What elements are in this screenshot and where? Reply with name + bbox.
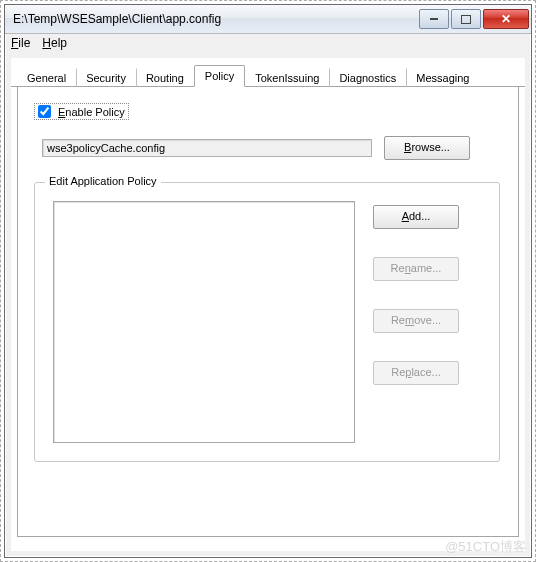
menu-file[interactable]: File bbox=[11, 36, 30, 56]
enable-policy-checkbox[interactable]: Enable Policy bbox=[34, 103, 129, 120]
window-title: E:\Temp\WSESample\Client\app.config bbox=[13, 12, 417, 26]
tab-diagnostics[interactable]: Diagnostics bbox=[329, 68, 406, 87]
browse-button[interactable]: Browse... bbox=[384, 136, 470, 160]
cache-path-input[interactable]: wse3policyCache.config bbox=[42, 139, 372, 157]
tab-general[interactable]: General bbox=[17, 68, 76, 87]
maximize-icon bbox=[461, 15, 471, 24]
edit-policy-fieldset: Edit Application Policy Add... Rename...… bbox=[34, 182, 500, 462]
replace-button: Replace... bbox=[373, 361, 459, 385]
policy-listbox[interactable] bbox=[53, 201, 355, 443]
close-icon: ✕ bbox=[501, 12, 511, 26]
window-controls: ✕ bbox=[417, 9, 529, 29]
enable-policy-input[interactable] bbox=[38, 105, 51, 118]
menu-help[interactable]: Help bbox=[42, 36, 67, 56]
tab-security[interactable]: Security bbox=[76, 68, 136, 87]
remove-button: Remove... bbox=[373, 309, 459, 333]
tab-routing[interactable]: Routing bbox=[136, 68, 194, 87]
titlebar: E:\Temp\WSESample\Client\app.config ✕ bbox=[5, 5, 531, 34]
cache-path-row: wse3policyCache.config Browse... bbox=[42, 136, 508, 160]
policy-buttons: Add... Rename... Remove... Replace... bbox=[373, 201, 459, 443]
close-button[interactable]: ✕ bbox=[483, 9, 529, 29]
add-button[interactable]: Add... bbox=[373, 205, 459, 229]
tab-row: General Security Routing Policy TokenIss… bbox=[11, 58, 525, 87]
minimize-button[interactable] bbox=[419, 9, 449, 29]
tab-tokenissuing[interactable]: TokenIssuing bbox=[245, 68, 329, 87]
tab-messaging[interactable]: Messaging bbox=[406, 68, 479, 87]
enable-policy-label: nable Policy bbox=[65, 106, 124, 118]
menubar: File Help bbox=[5, 34, 531, 56]
maximize-button[interactable] bbox=[451, 9, 481, 29]
tab-policy[interactable]: Policy bbox=[194, 65, 245, 87]
policy-panel: Enable Policy wse3policyCache.config Bro… bbox=[17, 87, 519, 537]
minimize-icon bbox=[430, 18, 438, 20]
content-area: General Security Routing Policy TokenIss… bbox=[11, 58, 525, 551]
fieldset-label: Edit Application Policy bbox=[45, 175, 161, 187]
app-window: E:\Temp\WSESample\Client\app.config ✕ Fi… bbox=[4, 4, 532, 558]
rename-button: Rename... bbox=[373, 257, 459, 281]
